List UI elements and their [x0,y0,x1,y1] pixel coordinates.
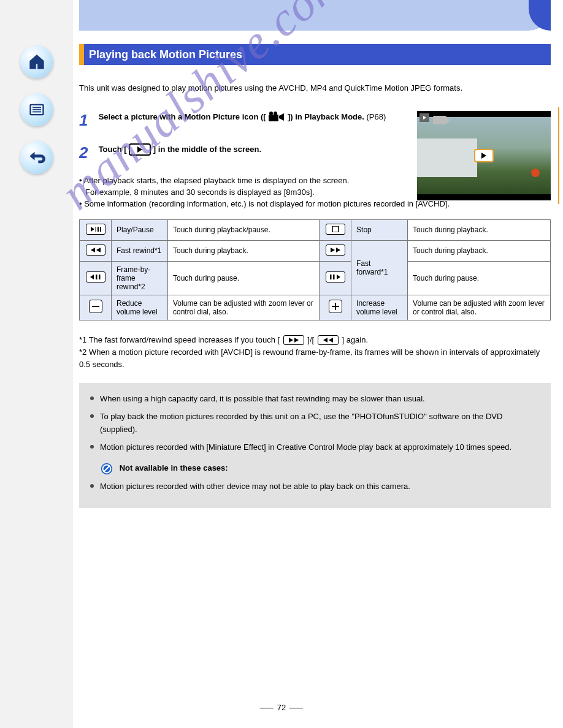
svg-rect-4 [269,115,278,121]
fast-forward-icon [326,245,345,256]
svg-rect-8 [98,227,99,232]
preview-thumbnail [417,111,551,200]
note-item: To play back the motion pictures recorde… [90,411,540,436]
svg-rect-11 [96,275,98,279]
svg-point-5 [269,112,273,115]
play-button-icon [129,143,151,156]
playback-controls-table: Play/Pause Touch during playback/pause. … [79,219,551,320]
svg-rect-12 [99,275,101,279]
rewind-icon [318,335,339,345]
step-1: 1 In Playback Mode, select Motion Pictur… [79,111,398,130]
svg-rect-13 [330,275,332,279]
page-title: Playing back Motion Pictures [89,48,242,61]
fast-forward-icon [283,335,304,345]
play-indicator-icon [419,113,429,122]
frame-forward-icon [326,271,345,282]
movie-camera-icon [268,112,285,123]
rewind-icon [86,245,105,256]
svg-rect-9 [100,227,101,232]
svg-rect-10 [332,226,339,232]
not-available-icon [100,462,113,476]
camera-mode-icon [433,116,446,124]
minus-icon [89,300,102,313]
home-icon[interactable] [20,45,53,78]
page-number: 72 [256,703,307,712]
page-title-bar: Playing back Motion Pictures [79,44,551,65]
frame-back-icon [86,271,105,282]
note-item: Motion pictures recorded with [Miniature… [90,441,540,454]
plus-icon [329,300,342,313]
stop-icon [326,224,345,235]
notes-box: When using a high capacity card, it is p… [79,383,551,508]
note-item: When using a high capacity card, it is p… [90,393,540,406]
play-pause-icon [86,224,105,235]
header-band [79,0,551,31]
back-icon[interactable] [20,141,53,174]
menu-icon[interactable] [20,93,53,126]
svg-point-6 [274,112,277,115]
step-2: 2 Touch [ ] in the middle of the screen. [79,143,398,162]
intro-text: This unit was designed to play motion pi… [79,82,551,95]
play-overlay-icon [474,149,494,162]
note-item: Motion pictures recorded with other devi… [90,480,540,493]
svg-rect-14 [333,275,335,279]
footnotes: *1 The fast forward/rewind speed increas… [79,334,551,371]
